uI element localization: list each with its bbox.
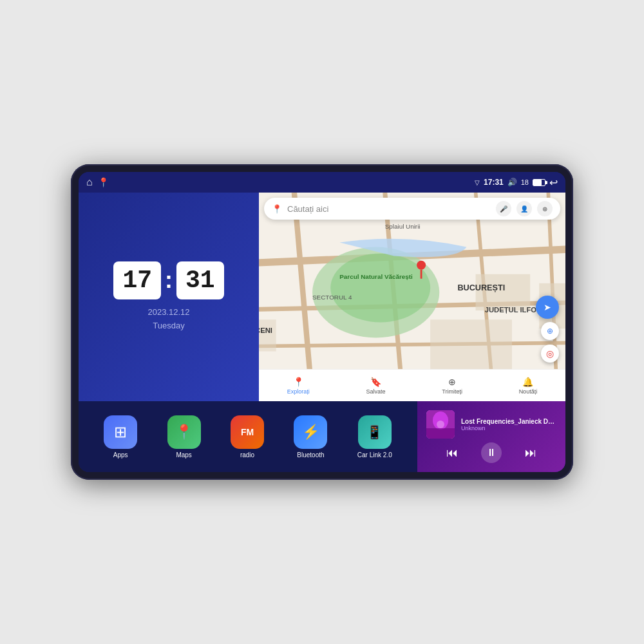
home-icon[interactable]: ⌂	[86, 176, 93, 188]
apps-label: Apps	[113, 451, 128, 459]
svg-text:Parcul Natural Văcărești: Parcul Natural Văcărești	[339, 273, 413, 280]
saved-icon: 🔖	[370, 377, 381, 387]
account-btn[interactable]: 👤	[516, 201, 532, 216]
app-icons-area: ⊞ Apps 📍 Maps FM radio	[79, 401, 417, 472]
apps-icon: ⊞	[114, 423, 127, 441]
music-artist: Unknown	[461, 425, 556, 431]
maps-icon: 📍	[175, 424, 193, 440]
music-title: Lost Frequencies_Janieck Devy-...	[461, 418, 556, 425]
bluetooth-icon: ⚡	[302, 424, 319, 440]
radio-label: radio	[240, 451, 254, 459]
battery-level: 18	[521, 178, 529, 186]
clock-widget: 17 : 31 2023.12.12 Tuesday	[79, 193, 259, 401]
map-search-maps-icon: 📍	[272, 204, 282, 214]
layers-btn[interactable]: ⊕	[537, 201, 553, 216]
carlink-icon: 📱	[366, 424, 383, 440]
car-head-unit: ⌂ 📍 ▽ 17:31 🔊 18 ↩ 17	[71, 164, 573, 480]
clock-minutes: 31	[176, 261, 224, 299]
clock-separator: :	[165, 267, 173, 294]
clock-day: Tuesday	[147, 319, 189, 333]
news-label: Noutăți	[519, 388, 538, 395]
map-location-btn[interactable]: ⊕	[541, 322, 559, 340]
saved-label: Salvate	[366, 388, 386, 395]
status-left-icons: ⌂ 📍	[86, 176, 109, 188]
battery-fill	[533, 180, 542, 185]
explore-icon: 📍	[293, 377, 304, 387]
carlink-label: Car Link 2.0	[357, 451, 392, 459]
status-time: 17:31	[484, 178, 504, 187]
svg-rect-13	[430, 319, 512, 374]
music-info: Lost Frequencies_Janieck Devy-... Unknow…	[426, 410, 556, 439]
radio-icon: FM	[241, 427, 254, 437]
status-right-info: ▽ 17:31 🔊 18 ↩	[475, 176, 558, 189]
send-label: Trimiteți	[442, 388, 462, 395]
clock-date-value: 2023.12.12	[147, 306, 189, 319]
maps-icon-wrapper: 📍	[167, 415, 201, 449]
prev-button[interactable]: ⏮	[442, 442, 462, 463]
svg-point-28	[437, 421, 444, 428]
clock-hours: 17	[113, 261, 161, 299]
news-icon: 🔔	[522, 377, 533, 387]
svg-point-9	[330, 253, 430, 322]
svg-text:Splaiul Unirii: Splaiul Unirii	[385, 223, 421, 230]
map-nav-send[interactable]: ⊕ Trimiteți	[442, 377, 462, 395]
svg-text:BUCUREȘTI: BUCUREȘTI	[457, 283, 505, 292]
app-icon-carlink[interactable]: 📱 Car Link 2.0	[357, 415, 392, 459]
map-nav-explore[interactable]: 📍 Explorați	[287, 377, 310, 395]
svg-rect-27	[426, 428, 455, 439]
music-controls: ⏮ ⏸ ⏭	[426, 442, 556, 463]
clock-display: 17 : 31	[113, 261, 223, 299]
bluetooth-icon-wrapper: ⚡	[294, 415, 327, 449]
album-art-image	[426, 410, 455, 439]
map-search-placeholder[interactable]: Căutați aici	[287, 204, 491, 214]
maps-pin-icon[interactable]: 📍	[98, 177, 109, 187]
main-content: 17 : 31 2023.12.12 Tuesday	[79, 193, 565, 472]
svg-text:BERCENI: BERCENI	[259, 327, 272, 334]
app-icon-bluetooth[interactable]: ⚡ Bluetooth	[294, 415, 327, 459]
voice-search-btn[interactable]: 🎤	[496, 201, 511, 216]
map-widget[interactable]: TRAPEZULUI Splaiul Unirii Parcul Natural…	[259, 193, 565, 401]
bottom-section: ⊞ Apps 📍 Maps FM radio	[79, 401, 565, 472]
map-compass-btn[interactable]: ◎	[541, 345, 559, 363]
play-pause-button[interactable]: ⏸	[481, 442, 502, 463]
top-section: 17 : 31 2023.12.12 Tuesday	[79, 193, 565, 401]
apps-icon-wrapper: ⊞	[104, 415, 137, 449]
app-icon-radio[interactable]: FM radio	[231, 415, 264, 459]
explore-label: Explorați	[287, 388, 310, 395]
battery-icon	[533, 179, 545, 186]
app-icon-maps[interactable]: 📍 Maps	[167, 415, 201, 459]
svg-rect-12	[259, 319, 276, 351]
next-button[interactable]: ⏭	[520, 442, 541, 463]
svg-text:SECTORUL 4: SECTORUL 4	[312, 294, 352, 301]
radio-icon-wrapper: FM	[231, 415, 264, 449]
map-search-actions: 🎤 👤 ⊕	[496, 201, 553, 216]
map-nav-news[interactable]: 🔔 Noutăți	[519, 377, 538, 395]
status-bar: ⌂ 📍 ▽ 17:31 🔊 18 ↩	[79, 172, 565, 193]
bluetooth-label: Bluetooth	[297, 451, 324, 459]
music-text: Lost Frequencies_Janieck Devy-... Unknow…	[461, 418, 556, 431]
maps-label: Maps	[176, 451, 191, 459]
carlink-icon-wrapper: 📱	[358, 415, 392, 449]
map-navigate-btn[interactable]: ➤	[536, 296, 559, 319]
map-nav-saved[interactable]: 🔖 Salvate	[366, 377, 386, 395]
music-player: Lost Frequencies_Janieck Devy-... Unknow…	[417, 401, 565, 472]
clock-date: 2023.12.12 Tuesday	[147, 306, 189, 333]
svg-point-23	[417, 261, 426, 270]
volume-icon: 🔊	[507, 178, 517, 187]
app-icon-apps[interactable]: ⊞ Apps	[104, 415, 137, 459]
screen: ⌂ 📍 ▽ 17:31 🔊 18 ↩ 17	[79, 172, 565, 472]
album-art	[426, 410, 455, 439]
svg-text:JUDEȚUL ILFOV: JUDEȚUL ILFOV	[485, 306, 542, 314]
back-arrow-icon[interactable]: ↩	[549, 176, 558, 189]
map-search-bar[interactable]: 📍 Căutați aici 🎤 👤 ⊕	[264, 198, 560, 220]
signal-icon: ▽	[475, 179, 480, 186]
send-icon: ⊕	[448, 377, 456, 387]
map-bottom-nav: 📍 Explorați 🔖 Salvate ⊕ Trimiteți 🔔	[259, 369, 565, 401]
